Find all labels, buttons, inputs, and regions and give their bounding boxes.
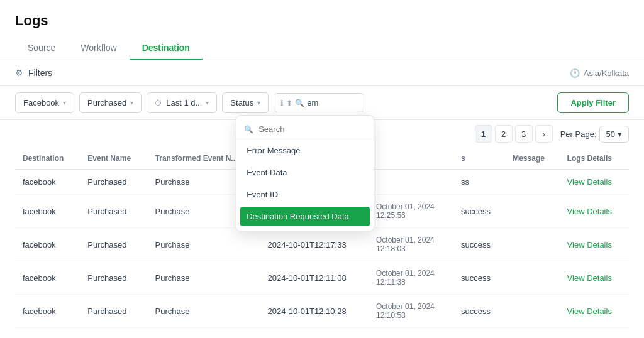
page-container: Logs Source Workflow Destination ⚙ Filte… (0, 0, 644, 338)
page-btn-2[interactable]: 2 (495, 125, 513, 143)
filters-icon: ⚙ (15, 68, 23, 78)
cell-message (505, 170, 559, 195)
event-filter[interactable]: Purchased ▾ (79, 92, 142, 113)
cell-transformed-event: Purchase (148, 295, 260, 328)
view-details-link[interactable]: View Details (567, 240, 612, 249)
tab-destination[interactable]: Destination (130, 36, 203, 60)
cell-logs-details[interactable]: View Details (560, 295, 629, 328)
source-filter-value: Facebook (23, 98, 59, 107)
cell-event-name: Purchased (80, 170, 147, 195)
info-icon[interactable]: ℹ (280, 99, 284, 107)
cell-status: success (453, 228, 505, 261)
search-input[interactable] (307, 98, 357, 107)
time-chevron-icon: ▾ (206, 99, 209, 106)
event-filter-value: Purchased (87, 98, 126, 107)
per-page-select[interactable]: 50 ▾ (599, 126, 629, 143)
cell-message (505, 195, 559, 228)
cell-triggered-at: 2024-10-01T12:10:28 (260, 295, 369, 328)
cell-triggered-at: 2024-10-01T12:11:08 (260, 261, 369, 295)
cell-triggered-at: 2024-10-01T12:17:33 (260, 228, 369, 261)
cell-status: success (453, 195, 505, 228)
search-field[interactable]: ℹ ⬆ 🔍 (274, 93, 364, 112)
cell-status: ss (453, 170, 505, 195)
cell-destination: facebook (15, 195, 80, 228)
table-row: facebookPurchasedPurchase2024-10-01T12:1… (15, 261, 629, 295)
cell-message-time: October 01, 2024 12:10:58 (369, 295, 453, 328)
col-destination: Destination (15, 148, 80, 170)
status-chevron-icon: ▾ (257, 99, 260, 106)
search-dropdown-menu: 🔍 Error Message Event Data Event ID Dest… (236, 115, 374, 232)
filters-left: ⚙ Filters (15, 68, 52, 78)
cell-event-name: Purchased (80, 295, 147, 328)
cell-message-time: October 01, 2024 12:11:38 (369, 261, 453, 295)
cell-message-time: October 01, 2024 12:18:03 (369, 228, 453, 261)
cell-transformed-event: Purchase (148, 261, 260, 295)
cell-destination: facebook (15, 295, 80, 328)
dropdown-item-error-message[interactable]: Error Message (236, 139, 374, 161)
tabs: Source Workflow Destination (15, 36, 629, 60)
timezone-value: Asia/Kolkata (584, 68, 629, 78)
cell-logs-details[interactable]: View Details (560, 261, 629, 295)
cell-logs-details[interactable]: View Details (560, 170, 629, 195)
time-filter-value: Last 1 d... (166, 98, 202, 107)
view-details-link[interactable]: View Details (567, 207, 612, 216)
cell-event-name: Purchased (80, 195, 147, 228)
time-clock-icon: ⏱ (155, 99, 162, 107)
cell-message (505, 261, 559, 295)
filter-row: Facebook ▾ Purchased ▾ ⏱ Last 1 d... ▾ S… (0, 86, 644, 120)
cell-logs-details[interactable]: View Details (560, 228, 629, 261)
filters-bar: ⚙ Filters 🕐 Asia/Kolkata (0, 60, 644, 86)
table-row: facebookPurchasedPurchase2024-10-01T12:1… (15, 295, 629, 328)
cell-message (505, 228, 559, 261)
page-next-btn[interactable]: › (535, 125, 553, 143)
search-icon: 🔍 (295, 99, 304, 107)
sort-toggle-icon[interactable]: ⬆ (286, 99, 292, 107)
cell-destination: facebook (15, 170, 80, 195)
tab-source[interactable]: Source (15, 36, 68, 60)
clock-icon: 🕐 (570, 68, 580, 78)
search-dropdown-wrapper: ℹ ⬆ 🔍 🔍 Error Message Event Data Event I… (274, 93, 364, 112)
per-page-label: Per Page: (560, 129, 597, 139)
source-chevron-icon: ▾ (63, 99, 66, 106)
table-row: facebookPurchasedPurchase2024-10-01T12:1… (15, 228, 629, 261)
time-filter[interactable]: ⏱ Last 1 d... ▾ (147, 92, 217, 113)
per-page-chevron-icon: ▾ (618, 129, 622, 139)
view-details-link[interactable]: View Details (567, 273, 612, 283)
filters-label: Filters (28, 68, 52, 78)
col-status-short: s (453, 148, 505, 170)
source-filter[interactable]: Facebook ▾ (15, 92, 74, 113)
page-btn-3[interactable]: 3 (515, 125, 533, 143)
cell-destination: facebook (15, 261, 80, 295)
cell-logs-details[interactable]: View Details (560, 195, 629, 228)
col-logs-details: Logs Details (560, 148, 629, 170)
cell-status: success (453, 295, 505, 328)
cell-event-name: Purchased (80, 261, 147, 295)
tab-workflow[interactable]: Workflow (68, 36, 129, 60)
dropdown-search-row: 🔍 (236, 119, 374, 139)
event-chevron-icon: ▾ (130, 99, 133, 106)
header: Logs Source Workflow Destination (0, 0, 644, 60)
timezone-display: 🕐 Asia/Kolkata (570, 68, 629, 78)
cell-status: success (453, 261, 505, 295)
cell-destination: facebook (15, 228, 80, 261)
status-filter[interactable]: Status ▾ (222, 92, 269, 113)
cell-event-name: Purchased (80, 228, 147, 261)
cell-message-time: October 01, 2024 12:25:56 (369, 195, 453, 228)
page-btn-1[interactable]: 1 (475, 125, 492, 143)
dropdown-search-icon: 🔍 (244, 125, 253, 134)
apply-filter-button[interactable]: Apply Filter (557, 92, 629, 113)
per-page-value: 50 (606, 129, 615, 139)
col-message-time (369, 148, 453, 170)
dropdown-search-input[interactable] (258, 124, 366, 134)
page-title: Logs (15, 13, 629, 29)
view-details-link[interactable]: View Details (567, 307, 612, 316)
dropdown-item-event-data[interactable]: Event Data (236, 161, 374, 183)
view-details-link[interactable]: View Details (567, 177, 612, 187)
col-message: Message (505, 148, 559, 170)
status-filter-value: Status (230, 98, 253, 107)
cell-message (505, 295, 559, 328)
cell-message-time (369, 170, 453, 195)
dropdown-item-event-id[interactable]: Event ID (236, 183, 374, 205)
dropdown-item-destination-requested-data[interactable]: Destination Requested Data (240, 207, 370, 226)
cell-transformed-event: Purchase (148, 228, 260, 261)
